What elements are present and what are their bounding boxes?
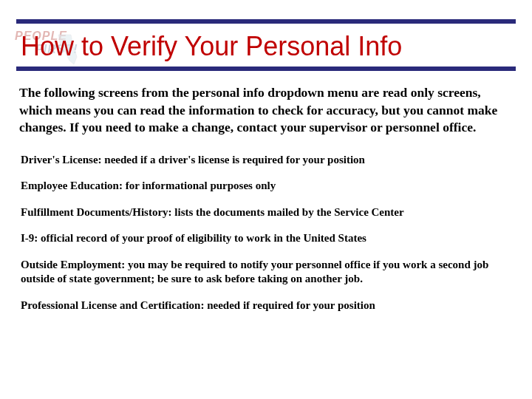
item-term: Driver's License: xyxy=(21,154,102,166)
list-item: Employee Education: for informational pu… xyxy=(21,179,511,194)
item-desc: needed if a driver's license is required… xyxy=(102,154,365,166)
item-term: Outside Employment: xyxy=(21,259,125,270)
top-rule xyxy=(16,19,516,24)
item-desc: needed if required for your position xyxy=(204,299,375,311)
info-list: Driver's License: needed if a driver's l… xyxy=(21,153,511,313)
page-title: How to Verify Your Personal Info xyxy=(21,31,516,62)
list-item: Outside Employment: you may be required … xyxy=(21,258,511,287)
item-desc: for informational purposes only xyxy=(123,180,276,191)
slide-content: How to Verify Your Personal Info The fol… xyxy=(0,19,532,313)
list-item: I-9: official record of your proof of el… xyxy=(21,231,511,246)
list-item: Driver's License: needed if a driver's l… xyxy=(21,153,511,168)
item-term: Professional License and Certification: xyxy=(21,299,204,311)
list-item: Professional License and Certification: … xyxy=(21,299,511,313)
title-underline xyxy=(16,66,516,71)
intro-paragraph: The following screens from the personal … xyxy=(19,84,513,137)
item-term: I-9: xyxy=(21,232,38,244)
list-item: Fulfillment Documents/History: lists the… xyxy=(21,205,511,220)
item-desc: official record of your proof of eligibi… xyxy=(38,232,366,244)
item-term: Fulfillment Documents/History: xyxy=(21,206,172,218)
item-term: Employee Education: xyxy=(21,180,123,191)
item-desc: lists the documents mailed by the Servic… xyxy=(172,206,404,218)
